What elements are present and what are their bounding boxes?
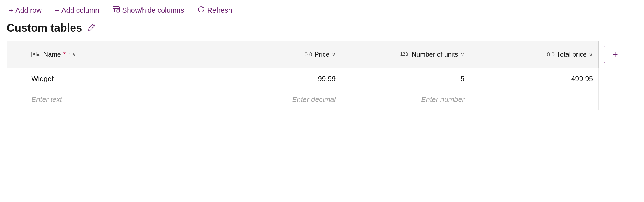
add-column-header-button[interactable]: + [604, 46, 626, 63]
add-column-plus-icon: + [612, 49, 618, 60]
edit-icon [88, 23, 96, 31]
price-dropdown-icon[interactable]: ∨ [332, 51, 336, 58]
name-col-icon: Abc [31, 52, 41, 57]
show-hide-button[interactable]: Show/hide columns [110, 4, 186, 16]
custom-table: Abc Name * ↑ ∨ 0.0 Price ∨ [7, 41, 637, 110]
table-row: Widget 99.99 5 499.95 [7, 68, 637, 89]
price-col-icon: 0.0 [305, 51, 312, 58]
add-column-header[interactable]: + [599, 41, 637, 68]
page-title-row: Custom tables [7, 22, 637, 34]
name-col-label: Name [43, 51, 61, 58]
units-col-label: Number of units [412, 51, 458, 58]
name-placeholder: Enter text [31, 95, 62, 104]
price-value: 99.99 [318, 74, 336, 83]
price-placeholder: Enter decimal [292, 95, 336, 104]
refresh-label: Refresh [207, 6, 232, 15]
edit-title-button[interactable] [87, 22, 97, 34]
row-selector-cell [7, 68, 26, 89]
show-hide-label: Show/hide columns [122, 6, 184, 15]
new-row-name-cell[interactable]: Enter text [26, 89, 225, 110]
action-cell [599, 68, 637, 89]
add-column-icon: + [55, 6, 59, 15]
row-selector-header [7, 41, 26, 68]
column-header-price[interactable]: 0.0 Price ∨ [225, 41, 341, 68]
price-col-label: Price [314, 51, 330, 58]
name-required-star: * [63, 51, 66, 58]
units-col-icon: 123 [399, 52, 409, 57]
total-value: 499.95 [571, 74, 593, 83]
column-header-total[interactable]: 0.0 Total price ∨ [470, 41, 599, 68]
add-column-label: Add column [61, 6, 99, 15]
refresh-icon [197, 5, 205, 15]
name-sort-icons[interactable]: ↑ ∨ [68, 51, 76, 58]
units-placeholder: Enter number [421, 95, 465, 104]
total-col-icon: 0.0 [547, 51, 555, 58]
column-header-units[interactable]: 123 Number of units ∨ [341, 41, 470, 68]
add-row-icon: + [9, 6, 13, 15]
refresh-button[interactable]: Refresh [195, 4, 234, 16]
table-header-row: Abc Name * ↑ ∨ 0.0 Price ∨ [7, 41, 637, 68]
new-row-price-cell[interactable]: Enter decimal [225, 89, 341, 110]
show-hide-icon [112, 5, 120, 15]
units-dropdown-icon[interactable]: ∨ [460, 51, 465, 58]
name-cell: Widget [26, 68, 225, 89]
total-cell: 499.95 [470, 68, 599, 89]
page-title: Custom tables [7, 22, 82, 34]
total-col-label: Total price [557, 51, 587, 58]
column-header-name[interactable]: Abc Name * ↑ ∨ [26, 41, 225, 68]
add-row-label: Add row [15, 6, 41, 15]
add-row-button[interactable]: + Add row [7, 5, 44, 16]
units-cell: 5 [341, 68, 470, 89]
add-column-button[interactable]: + Add column [53, 5, 102, 16]
new-row-total-cell [470, 89, 599, 110]
table-area: Abc Name * ↑ ∨ 0.0 Price ∨ [7, 41, 637, 110]
units-value: 5 [460, 74, 464, 83]
new-row-selector [7, 89, 26, 110]
price-cell: 99.99 [225, 68, 341, 89]
new-row-units-cell[interactable]: Enter number [341, 89, 470, 110]
total-dropdown-icon[interactable]: ∨ [589, 51, 593, 58]
new-row-action-cell [599, 89, 637, 110]
toolbar: + Add row + Add column Show/hide columns… [7, 4, 637, 16]
name-value: Widget [31, 74, 54, 83]
svg-line-6 [92, 25, 94, 26]
new-row: Enter text Enter decimal Enter number [7, 89, 637, 110]
